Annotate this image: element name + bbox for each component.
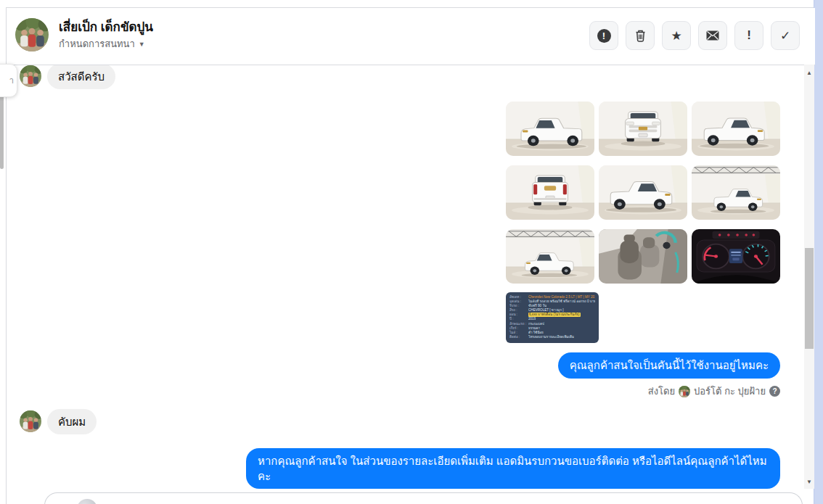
composer-avatar (77, 499, 97, 504)
chat-scrollbar[interactable]: ▲ ▼ (804, 65, 814, 489)
schedule-label: กำหนดการสนทนา (59, 36, 135, 51)
spec-row: ติดต่อ :โทรสอบถามรายละเอียดเพิ่มเติม (509, 335, 595, 339)
sender-avatar (20, 410, 41, 432)
car-photo-side-distant[interactable] (692, 165, 780, 220)
window-edge-strip (814, 0, 823, 504)
car-photo-side-left-distant[interactable] (506, 229, 594, 284)
mark-unread-button[interactable] (698, 21, 727, 50)
outgoing-message-followup[interactable]: หากคุณลูกค้าสนใจ ในส่วนของรายละเอียดเพิ่… (246, 448, 780, 489)
agent-name: ปอร์โต้ กะ ปุยฝ้าย (694, 384, 766, 399)
contact-name: เสี่ยเป็ก เด็กขัดปูน (59, 17, 153, 36)
incoming-message-hello[interactable]: สวัสดีครับ (47, 64, 115, 89)
exclamation-circle-icon: ! (597, 29, 611, 43)
check-icon: ✓ (780, 30, 790, 42)
exclamation-icon: ! (747, 28, 751, 43)
car-photo-grid (506, 102, 780, 284)
delete-button[interactable] (626, 21, 655, 50)
reply-composer[interactable] (44, 492, 803, 504)
sender-avatar (20, 65, 41, 87)
scroll-up-arrow-icon[interactable]: ▲ (804, 67, 814, 78)
report-button[interactable]: ! (589, 21, 618, 50)
contact-avatar[interactable] (15, 18, 49, 51)
scroll-down-arrow-icon[interactable]: ▼ (804, 476, 814, 487)
sent-by-label: ส่งโดย (648, 384, 675, 399)
agent-avatar (679, 386, 690, 397)
partial-popup: า (0, 64, 17, 97)
scrollbar-thumb[interactable] (805, 248, 814, 349)
incoming-message-reply[interactable]: คับผม (47, 409, 97, 434)
header-actions: ! ★ (589, 21, 800, 50)
sent-by-row: ส่งโดย ปอร์โต้ กะ ปุยฝ้าย ? (648, 384, 780, 399)
car-photo-front-left-angle[interactable] (506, 102, 594, 156)
spec-card-rows: อัพเดท :Chevrolet New Colorado 2.5 LT | … (509, 295, 595, 339)
conversation-header: เสี่ยเป็ก เด็กขัดปูน กำหนดการสนทนา ▼ ! (7, 8, 815, 65)
car-photo-rear[interactable] (506, 165, 594, 220)
star-button[interactable]: ★ (662, 21, 691, 50)
question-circle-icon[interactable]: ? (769, 386, 780, 397)
conversation-panel: เสี่ยเป็ก เด็กขัดปูน กำหนดการสนทนา ▼ ! (6, 7, 815, 504)
trash-icon (634, 29, 647, 42)
chevron-down-icon: ▼ (139, 41, 145, 48)
popup-fragment-text: า (9, 74, 14, 87)
outgoing-message-interest[interactable]: คุณลูกค้าสนใจเป็นคันนี้ไว้ใช้งานอยู่ไหมค… (558, 352, 780, 379)
envelope-icon (706, 30, 719, 41)
messenger-inbox-screen: า เสี่ยเป็ก เด็กขัดปูน กำหนดการสนทนา ▼ ! (0, 0, 823, 504)
mark-important-button[interactable]: ! (734, 21, 763, 50)
car-spec-card[interactable]: อัพเดท :Chevrolet New Colorado 2.5 LT | … (506, 292, 599, 343)
car-photo-front[interactable] (599, 102, 687, 156)
car-photo-rear-right-angle[interactable] (692, 102, 780, 156)
conversation-schedule-dropdown[interactable]: กำหนดการสนทนา ▼ (59, 36, 145, 51)
car-photo-instrument-cluster[interactable] (692, 229, 780, 284)
star-icon: ★ (671, 30, 681, 42)
car-photo-interior-seats[interactable] (599, 229, 687, 284)
car-photo-rear-left-angle[interactable] (599, 165, 687, 220)
mark-done-button[interactable]: ✓ (771, 21, 800, 50)
